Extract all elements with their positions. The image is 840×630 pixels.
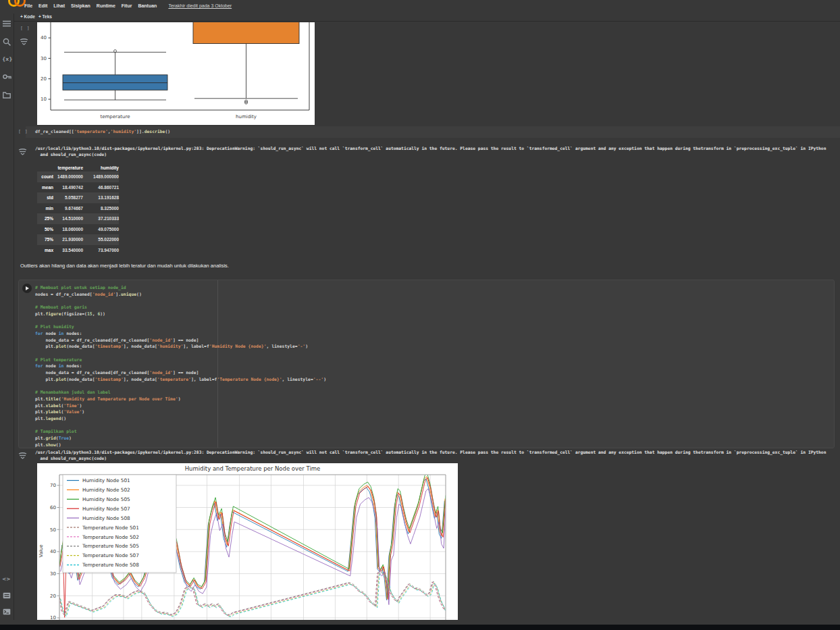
code-snippets-icon[interactable]: <> bbox=[2, 576, 11, 585]
code-line bbox=[35, 423, 326, 429]
menu-item-sisipkan[interactable]: Sisipkan bbox=[71, 3, 90, 8]
svg-text:40: 40 bbox=[50, 549, 56, 554]
table-row: 25%14.51000037.210333 bbox=[37, 213, 119, 224]
svg-text:60: 60 bbox=[50, 505, 56, 510]
table-row: mean18.49074246.860721 bbox=[37, 182, 119, 193]
cell2-code[interactable]: df_re_cleaned[['temperature','humidity']… bbox=[35, 129, 170, 136]
output-options-icon[interactable] bbox=[18, 450, 27, 462]
left-sidebar: {x} <> bbox=[0, 14, 14, 620]
svg-text:Temperature Node 501: Temperature Node 501 bbox=[82, 525, 139, 531]
menu-item-lihat[interactable]: Lihat bbox=[53, 3, 65, 8]
table-row: 75%21.93000055.022000 bbox=[37, 234, 119, 245]
menu-item-edit[interactable]: Edit bbox=[38, 3, 47, 8]
menubar: FileEditLihatSisipkanRuntimeFiturBantuan… bbox=[0, 0, 840, 14]
svg-text:Temperature Node 508: Temperature Node 508 bbox=[82, 562, 139, 568]
code-line bbox=[35, 350, 326, 357]
menu-item-bantuan[interactable]: Bantuan bbox=[138, 3, 157, 8]
last-edited-link[interactable]: Terakhir diedit pada 3 Oktober bbox=[168, 3, 232, 8]
svg-text:20: 20 bbox=[41, 76, 47, 82]
code-line: # Membuat plot untuk setiap node_id bbox=[35, 285, 326, 292]
menu-item-runtime[interactable]: Runtime bbox=[97, 3, 115, 8]
svg-text:30: 30 bbox=[50, 571, 56, 577]
svg-text:Humidity Node 501: Humidity Node 501 bbox=[82, 477, 130, 483]
code-line: plt.figure(figsize=(15, 6)) bbox=[35, 311, 326, 318]
code-line: # Plot humidity bbox=[35, 324, 326, 331]
svg-text:50: 50 bbox=[50, 527, 56, 533]
code-line: for node in nodes: bbox=[35, 363, 326, 370]
svg-text:Temperature Node 505: Temperature Node 505 bbox=[82, 543, 139, 549]
table-of-contents-icon[interactable] bbox=[3, 20, 11, 29]
col-header: temperature bbox=[53, 165, 83, 170]
svg-text:40: 40 bbox=[41, 35, 47, 41]
code-line: plt.xlabel('Time') bbox=[35, 403, 326, 410]
code-line: node_data = df_re_cleaned[df_re_cleaned[… bbox=[35, 370, 326, 377]
svg-text:20: 20 bbox=[50, 594, 56, 599]
svg-text:Humidity Node 507: Humidity Node 507 bbox=[82, 506, 130, 512]
svg-text:10: 10 bbox=[41, 97, 47, 102]
svg-text:70: 70 bbox=[50, 483, 56, 488]
sidebar-divider bbox=[14, 14, 14, 620]
play-icon bbox=[26, 286, 29, 290]
colab-logo-icon[interactable] bbox=[8, 0, 24, 7]
code-line: nodes = df_re_cleaned['node_id'].unique(… bbox=[35, 292, 326, 298]
table-row: count1489.0000001489.000000 bbox=[37, 172, 119, 182]
svg-text:10: 10 bbox=[50, 615, 56, 620]
table-row: max33.54000073.947000 bbox=[37, 245, 119, 256]
code-line bbox=[35, 384, 326, 390]
table-row: min9.6746678.325000 bbox=[37, 203, 119, 214]
code-line: plt.plot(node_data['timestamp'], node_da… bbox=[35, 377, 326, 384]
cell3-code[interactable]: # Membuat plot untuk setiap node_idnodes… bbox=[35, 285, 326, 449]
code-line: plt.ylabel('Value') bbox=[35, 409, 326, 416]
menu-item-file[interactable]: File bbox=[24, 3, 32, 8]
cell1-run-gutter[interactable]: [ ] bbox=[20, 26, 30, 31]
bottom-bar bbox=[0, 625, 840, 630]
command-palette-icon[interactable] bbox=[3, 592, 11, 601]
code-line: plt.plot(node_data['timestamp'], node_da… bbox=[35, 344, 326, 350]
code-line: # Plot temperature bbox=[35, 357, 326, 364]
terminal-icon[interactable] bbox=[3, 608, 11, 617]
output-options-icon[interactable] bbox=[18, 146, 27, 158]
boxplot-figure: 10203040temperaturehumidity bbox=[37, 22, 315, 125]
code-line: # Menambahkan judul dan label bbox=[35, 390, 326, 396]
files-icon[interactable] bbox=[3, 92, 11, 101]
svg-text:Value: Value bbox=[38, 544, 44, 557]
svg-text:Humidity Node 502: Humidity Node 502 bbox=[82, 487, 130, 493]
code-line bbox=[35, 298, 326, 305]
describe-table: temperaturehumiditycount1489.0000001489.… bbox=[37, 163, 119, 255]
secrets-icon[interactable] bbox=[3, 74, 11, 82]
code-line: # Membuat plot garis bbox=[35, 305, 326, 311]
code-line: plt.show() bbox=[35, 442, 326, 449]
menu-item-fitur[interactable]: Fitur bbox=[122, 3, 132, 8]
add-text-button[interactable]: + Teks bbox=[38, 14, 52, 19]
table-row: std5.05827713.191628 bbox=[37, 192, 119, 203]
code-line: plt.grid(True) bbox=[35, 436, 326, 442]
code-line bbox=[35, 318, 326, 325]
svg-text:temperature: temperature bbox=[101, 114, 130, 120]
run-cell-button[interactable] bbox=[22, 284, 32, 293]
line-chart-figure: 10203040506070Humidity and Temperature p… bbox=[37, 463, 458, 620]
output-options-icon[interactable] bbox=[20, 36, 28, 48]
svg-text:Humidity Node 508: Humidity Node 508 bbox=[82, 515, 130, 521]
add-code-button[interactable]: + Kode bbox=[20, 14, 35, 19]
svg-text:humidity: humidity bbox=[236, 114, 257, 120]
code-line: plt.title('Humidity and Temperature per … bbox=[35, 396, 326, 403]
svg-text:30: 30 bbox=[41, 56, 47, 61]
search-icon[interactable] bbox=[3, 38, 11, 47]
table-header-row: temperaturehumidity bbox=[37, 163, 119, 172]
deprecation-warning: /usr/local/lib/python3.10/dist-packages/… bbox=[35, 449, 840, 461]
markdown-text: Outliers akan hilang dan data akan menja… bbox=[20, 263, 229, 269]
cell2-run-gutter[interactable]: [ ] bbox=[18, 129, 28, 134]
code-line: plt.legend() bbox=[35, 416, 326, 423]
menu-items: FileEditLihatSisipkanRuntimeFiturBantuan… bbox=[24, 3, 232, 8]
toolbar-divider bbox=[14, 21, 840, 22]
code-line: node_data = df_re_cleaned[df_re_cleaned[… bbox=[35, 338, 326, 344]
variables-icon[interactable]: {x} bbox=[2, 56, 11, 65]
code-line: for node in nodes: bbox=[35, 331, 326, 338]
table-row: 50%18.06000049.075000 bbox=[37, 224, 119, 235]
deprecation-warning: /usr/local/lib/python3.10/dist-packages/… bbox=[35, 145, 840, 157]
svg-text:Temperature Node 507: Temperature Node 507 bbox=[82, 552, 139, 558]
svg-text:Humidity Node 505: Humidity Node 505 bbox=[82, 496, 130, 502]
svg-text:Humidity and Temperature per N: Humidity and Temperature per Node over T… bbox=[185, 465, 321, 472]
svg-text:Temperature Node 502: Temperature Node 502 bbox=[82, 534, 139, 540]
col-header: humidity bbox=[83, 165, 119, 170]
